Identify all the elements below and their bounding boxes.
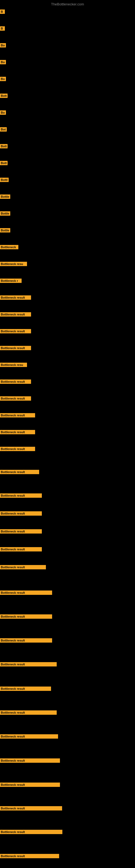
bottleneck-label-31: Bottleneck result: [0, 529, 42, 533]
bottleneck-label-23: Bottleneck result: [0, 379, 31, 384]
bottleneck-label-3: Bo: [0, 43, 6, 48]
bottleneck-label-40: Bottleneck result: [0, 734, 58, 739]
bottleneck-label-28: Bottleneck result: [0, 470, 39, 474]
bottleneck-label-30: Bottleneck result: [0, 511, 42, 516]
bottleneck-label-19: Bottleneck result: [0, 312, 31, 316]
bottleneck-label-41: Bottleneck result: [0, 758, 60, 763]
bottleneck-label-12: Bottle: [0, 194, 10, 199]
bottleneck-label-15: Bottleneck: [0, 245, 18, 249]
bottleneck-label-5: Bo: [0, 77, 6, 81]
bottleneck-label-24: Bottleneck result: [0, 396, 31, 401]
bottleneck-label-2: B: [0, 26, 5, 31]
bottleneck-label-17: Bottleneck r: [0, 279, 21, 283]
bottleneck-label-35: Bottleneck result: [0, 614, 52, 619]
bottleneck-label-33: Bottleneck result: [0, 565, 46, 569]
bottleneck-label-45: Bottleneck result: [0, 854, 59, 858]
bottleneck-label-16: Bottleneck resu: [0, 262, 27, 266]
bottleneck-label-10: Bott: [0, 161, 8, 165]
site-title: TheBottlenecker.com: [51, 2, 84, 6]
bottleneck-label-20: Bottleneck result: [0, 329, 31, 333]
bottleneck-label-21: Bottleneck result: [0, 346, 31, 350]
bottleneck-label-42: Bottleneck result: [0, 782, 60, 787]
bottleneck-label-22: Bottleneck resu: [0, 363, 27, 367]
bottleneck-label-18: Bottleneck result: [0, 296, 31, 300]
bottleneck-label-43: Bottleneck result: [0, 806, 62, 810]
bottleneck-label-36: Bottleneck result: [0, 638, 52, 643]
bottleneck-label-6: Bott: [0, 94, 8, 98]
bottleneck-label-34: Bottleneck result: [0, 590, 52, 595]
bottleneck-label-44: Bottleneck result: [0, 830, 62, 834]
bottleneck-label-8: Bot: [0, 127, 7, 131]
bottleneck-label-1: B: [0, 9, 5, 14]
bottleneck-label-13: Bottle: [0, 211, 10, 216]
bottleneck-label-39: Bottleneck result: [0, 710, 57, 715]
bottleneck-label-11: Bottl: [0, 178, 9, 182]
bottleneck-label-38: Bottleneck result: [0, 686, 51, 691]
bottleneck-label-25: Bottleneck result: [0, 413, 35, 417]
bottleneck-label-7: Bo: [0, 111, 6, 115]
bottleneck-label-14: Bottle: [0, 228, 10, 232]
bottleneck-label-4: Bo: [0, 60, 6, 64]
bottleneck-label-32: Bottleneck result: [0, 547, 42, 552]
bottleneck-label-26: Bottleneck result: [0, 430, 35, 434]
bottleneck-label-29: Bottleneck result: [0, 493, 42, 498]
bottleneck-label-9: Bott: [0, 144, 8, 148]
bottleneck-label-27: Bottleneck result: [0, 447, 35, 451]
bottleneck-label-37: Bottleneck result: [0, 662, 57, 666]
